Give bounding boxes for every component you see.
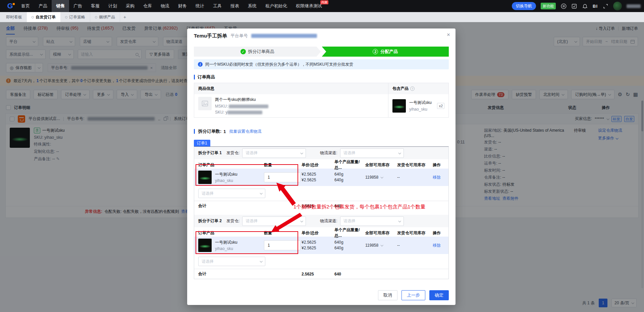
sub-order-2-total-row: 合计 2.5625 640 bbox=[194, 269, 448, 279]
tab-order-strategy-label: 订单策略 bbox=[69, 14, 85, 20]
nav-reports[interactable]: 报表 bbox=[226, 0, 244, 12]
nav-warehouse[interactable]: 仓库 bbox=[139, 0, 156, 12]
pause-circle-icon[interactable] bbox=[560, 3, 567, 9]
tab-self-ship-orders[interactable]: 自发货订单 bbox=[27, 12, 60, 22]
nav-statistics[interactable]: 统计 bbox=[191, 0, 209, 12]
help-question-icon[interactable]: ? bbox=[410, 86, 415, 91]
channel-label: 物流渠道: bbox=[320, 150, 337, 156]
beta-badge: 内测 bbox=[320, 0, 328, 4]
new-feature-button[interactable]: 新功能 bbox=[541, 3, 556, 9]
sub-order-title: 拆分子订单 2 bbox=[198, 218, 222, 224]
modal-body: ✓ 拆分订单商品 2 分配产品 i 同一个MSKU必须同时发货（但支持拆分为多个… bbox=[187, 47, 455, 279]
task-calendar-icon[interactable] bbox=[571, 3, 577, 9]
goods-row: 两个一号sku的捆绑sku MSKU: SKU: y 一号测试sku yihao… bbox=[194, 94, 448, 117]
modal-header: Temu手工拆单 平台单号 × bbox=[187, 28, 455, 43]
prev-step-button[interactable]: 上一步 bbox=[401, 290, 425, 300]
batch-set-warehouse-link[interactable]: 批量设置仓库物流 bbox=[229, 129, 262, 134]
fullscreen-icon[interactable] bbox=[602, 3, 608, 9]
step-2-label: 分配产品 bbox=[380, 49, 398, 55]
add-product-select[interactable]: 请选择 bbox=[198, 257, 265, 266]
unit-weight: 640g bbox=[334, 240, 365, 245]
nav-plan[interactable]: 计划 bbox=[104, 0, 121, 12]
top-nav: G 首页 产品 销售 广告 客服 计划 采购 仓库 物流 财务 统计 工具 报表… bbox=[0, 0, 644, 12]
tab-order-strategy[interactable]: 订单策略 bbox=[60, 12, 90, 22]
nav-right-cluster: 切换导航 新功能 BI bbox=[512, 2, 641, 10]
add-product-select[interactable]: 请选择 bbox=[198, 189, 265, 198]
modal-footer: 取消 上一步 确定 bbox=[378, 290, 449, 300]
nav-service[interactable]: 客服 bbox=[87, 0, 104, 12]
bi-link[interactable]: BI bbox=[593, 4, 598, 9]
bell-icon[interactable] bbox=[582, 3, 588, 9]
quantity-input[interactable] bbox=[264, 240, 300, 250]
user-avatar[interactable] bbox=[613, 2, 622, 10]
col-contained-products: 包含产品 bbox=[392, 86, 409, 91]
tab-bundle-products[interactable]: 捆绑产品 bbox=[90, 12, 120, 22]
sku-label: SKU: bbox=[215, 110, 224, 115]
channel-select[interactable]: 请选择 bbox=[340, 148, 404, 158]
quantity-badge: x2 bbox=[437, 103, 444, 109]
add-tab-button[interactable]: + bbox=[120, 12, 129, 22]
all-stock-value: 119858 bbox=[365, 175, 378, 180]
redacted-platform-order-no bbox=[251, 34, 317, 38]
remove-product-link[interactable]: 移除 bbox=[433, 243, 444, 248]
product-image bbox=[198, 239, 212, 252]
section-order-goods: 订单商品 bbox=[194, 74, 449, 80]
close-icon[interactable]: × bbox=[447, 32, 450, 38]
channel-select[interactable]: 请选择 bbox=[340, 216, 404, 226]
sub-order-1-header: 拆分子订单 1 发货仓: 请选择 物流渠道: 请选择 bbox=[194, 147, 448, 159]
tab-dashboard[interactable]: 即时看板 bbox=[1, 12, 27, 22]
sub-order-2-header: 拆分子订单 2 发货仓: 请选择 物流渠道: 请选择 bbox=[194, 215, 448, 227]
channel-label: 物流渠道: bbox=[320, 218, 337, 224]
redacted-username bbox=[627, 4, 641, 8]
nav-tenant-init[interactable]: 租户初始化 bbox=[261, 0, 291, 12]
nav-products[interactable]: 产品 bbox=[34, 0, 52, 12]
sub-order-2: 拆分子订单 2 发货仓: 请选择 物流渠道: 请选择 订单产品数量单价/总价单个… bbox=[194, 215, 448, 279]
total-label: 合计 bbox=[198, 271, 264, 277]
select-placeholder: 请选择 bbox=[343, 150, 396, 156]
chevron-down-icon bbox=[398, 151, 401, 154]
select-placeholder: 请选择 bbox=[343, 218, 396, 224]
nav-logistics[interactable]: 物流 bbox=[156, 0, 174, 12]
nav-sales[interactable]: 销售 bbox=[52, 0, 69, 12]
quantity-input[interactable] bbox=[264, 172, 300, 182]
warehouse-select[interactable]: 请选择 bbox=[242, 148, 306, 158]
remove-product-link[interactable]: 移除 bbox=[433, 175, 444, 180]
product-sku: yihao_sku bbox=[215, 246, 237, 251]
cancel-button[interactable]: 取消 bbox=[378, 290, 397, 300]
total-weight: 640g bbox=[334, 245, 365, 251]
nav-tools[interactable]: 工具 bbox=[209, 0, 226, 12]
total-weight-sum: 640 bbox=[334, 272, 365, 276]
nav-ads[interactable]: 广告 bbox=[69, 0, 87, 12]
redacted-sku bbox=[227, 111, 262, 114]
nav-permission-test[interactable]: 权限继承测试内测 bbox=[291, 0, 326, 12]
total-price: ¥2.5625 bbox=[302, 177, 334, 183]
select-placeholder: 请选择 bbox=[246, 150, 298, 156]
step-2-number: 2 bbox=[373, 49, 378, 54]
nav-finance[interactable]: 财务 bbox=[174, 0, 191, 12]
tab-self-ship-orders-label: 自发货订单 bbox=[36, 14, 56, 20]
confirm-button[interactable]: 确定 bbox=[429, 290, 449, 300]
nav-home[interactable]: 首页 bbox=[17, 0, 34, 12]
warehouse-select[interactable]: 请选择 bbox=[242, 216, 306, 226]
split-count-row: 拆分订单数: 1 批量设置仓库物流 bbox=[194, 128, 449, 134]
sub-order-1-product-row: 一号测试skuyihao_sku ¥2.5625¥2.5625 640g640g… bbox=[194, 169, 448, 186]
msku-label: MSKU: bbox=[215, 104, 228, 109]
all-stock-dropdown[interactable]: 119858 bbox=[365, 175, 397, 180]
logo-dot-icon bbox=[13, 3, 15, 5]
modal-subtitle: 平台单号 bbox=[230, 33, 248, 39]
all-stock-dropdown[interactable]: 119858 bbox=[365, 243, 397, 248]
total-price-sum: 2.5625 bbox=[302, 272, 334, 276]
product-sku: yihao_sku bbox=[215, 178, 237, 183]
sub-order-1: 拆分子订单 1 发货仓: 请选择 物流渠道: 请选择 订单产品数量单价/总价单个… bbox=[194, 147, 448, 211]
app-logo[interactable]: G bbox=[3, 2, 17, 10]
sub-order-2-columns: 订单产品数量单价/总价单个产品重量/总...全部可用库存发货仓可用库存操作 bbox=[194, 227, 448, 237]
switch-nav-button[interactable]: 切换导航 bbox=[512, 2, 536, 10]
nav-purchase[interactable]: 采购 bbox=[121, 0, 139, 12]
step-done-check-icon: ✓ bbox=[240, 49, 246, 54]
split-count-value: 1 bbox=[223, 129, 226, 134]
temu-split-modal: Temu手工拆单 平台单号 × ✓ 拆分订单商品 2 分配产品 i 同一个MSK… bbox=[187, 28, 455, 305]
modal-title: Temu手工拆单 bbox=[194, 33, 227, 39]
unit-weight: 640g bbox=[334, 172, 365, 177]
warehouse-stock-value: -- bbox=[397, 175, 433, 180]
nav-system[interactable]: 系统 bbox=[244, 0, 261, 12]
